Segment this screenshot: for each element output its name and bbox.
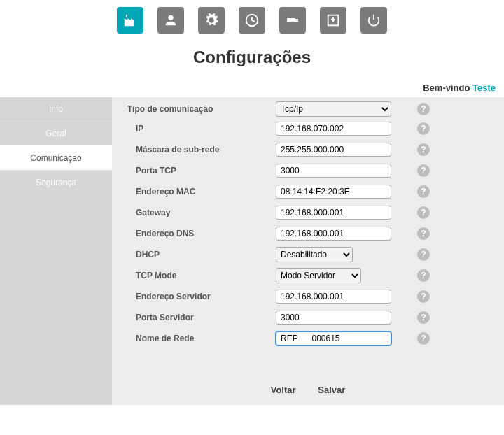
- row-ip: IP ?: [112, 118, 504, 139]
- sidebar-item-info[interactable]: Info: [0, 97, 112, 121]
- row-porta-tcp: Porta TCP ?: [112, 160, 504, 181]
- row-mascara: Máscara de sub-rede ?: [112, 139, 504, 160]
- help-icon[interactable]: ?: [417, 269, 430, 282]
- power-icon[interactable]: [360, 7, 387, 34]
- row-dhcp: DHCP Desabilitado ?: [112, 244, 504, 265]
- content-panel: Tipo de comunicação Tcp/Ip ? IP ? Máscar…: [112, 97, 504, 405]
- row-dns: Endereço DNS ?: [112, 223, 504, 244]
- label-end-servidor: Endereço Servidor: [136, 292, 276, 301]
- save-button[interactable]: Salvar: [318, 385, 345, 395]
- help-icon[interactable]: ?: [417, 248, 430, 261]
- sidebar: Info Geral Comunicação Segurança: [0, 97, 112, 405]
- sidebar-item-comunicacao[interactable]: Comunicação: [0, 145, 112, 170]
- help-icon[interactable]: ?: [417, 185, 430, 198]
- row-gateway: Gateway ?: [112, 202, 504, 223]
- footer-buttons: Voltar Salvar: [112, 385, 504, 395]
- help-icon[interactable]: ?: [417, 227, 430, 240]
- help-icon[interactable]: ?: [417, 290, 430, 303]
- svg-rect-2: [295, 19, 298, 22]
- input-mac[interactable]: [276, 185, 391, 199]
- help-icon[interactable]: ?: [417, 332, 430, 345]
- input-gateway[interactable]: [276, 206, 391, 220]
- label-ip: IP: [136, 124, 276, 134]
- main-area: Info Geral Comunicação Segurança Tipo de…: [0, 97, 504, 405]
- help-icon[interactable]: ?: [417, 103, 430, 115]
- input-porta-tcp[interactable]: [276, 164, 391, 178]
- welcome-text: Bem-vindo Teste: [0, 83, 504, 97]
- input-porta-servidor[interactable]: [276, 311, 391, 325]
- label-mac: Endereço MAC: [136, 187, 276, 197]
- help-icon[interactable]: ?: [417, 311, 430, 324]
- sidebar-item-seguranca[interactable]: Segurança: [0, 170, 112, 194]
- label-mascara: Máscara de sub-rede: [136, 145, 276, 155]
- row-end-servidor: Endereço Servidor ?: [112, 286, 504, 307]
- select-tcp-mode[interactable]: Modo Servidor: [276, 268, 361, 283]
- label-dhcp: DHCP: [136, 250, 276, 259]
- input-mascara[interactable]: [276, 143, 391, 157]
- row-tcp-mode: TCP Mode Modo Servidor ?: [112, 265, 504, 286]
- top-icon-bar: [0, 0, 504, 38]
- label-tipo-comunicacao: Tipo de comunicação: [127, 104, 276, 114]
- svg-rect-1: [287, 18, 295, 22]
- input-end-servidor[interactable]: [276, 290, 391, 304]
- row-mac: Endereço MAC ?: [112, 181, 504, 202]
- row-nome-rede: Nome de Rede ?: [112, 328, 504, 349]
- row-porta-servidor: Porta Servidor ?: [112, 307, 504, 328]
- usb-icon[interactable]: [279, 7, 306, 34]
- sidebar-item-geral[interactable]: Geral: [0, 121, 112, 145]
- select-dhcp[interactable]: Desabilitado: [276, 247, 353, 262]
- download-icon[interactable]: [320, 7, 346, 34]
- label-dns: Endereço DNS: [136, 229, 276, 238]
- clock-icon[interactable]: [239, 7, 265, 34]
- label-gateway: Gateway: [136, 208, 276, 218]
- help-icon[interactable]: ?: [417, 206, 430, 219]
- select-tipo-comunicacao[interactable]: Tcp/Ip: [276, 101, 391, 117]
- page-title: Configurações: [0, 48, 504, 67]
- row-tipo-comunicacao: Tipo de comunicação Tcp/Ip ?: [112, 97, 504, 118]
- help-icon[interactable]: ?: [417, 143, 430, 156]
- welcome-user: Teste: [472, 83, 496, 93]
- label-tcp-mode: TCP Mode: [136, 271, 276, 280]
- factory-icon[interactable]: [117, 7, 144, 34]
- user-icon[interactable]: [158, 7, 184, 34]
- welcome-prefix: Bem-vindo: [423, 83, 472, 93]
- input-dns[interactable]: [276, 227, 391, 241]
- help-icon[interactable]: ?: [417, 164, 430, 177]
- input-nome-rede[interactable]: [276, 331, 391, 345]
- label-nome-rede: Nome de Rede: [136, 334, 276, 343]
- back-button[interactable]: Voltar: [271, 385, 296, 395]
- label-porta-servidor: Porta Servidor: [136, 313, 276, 322]
- help-icon[interactable]: ?: [417, 122, 430, 135]
- label-porta-tcp: Porta TCP: [136, 166, 276, 176]
- gear-icon[interactable]: [198, 7, 225, 34]
- input-ip[interactable]: [276, 122, 391, 136]
